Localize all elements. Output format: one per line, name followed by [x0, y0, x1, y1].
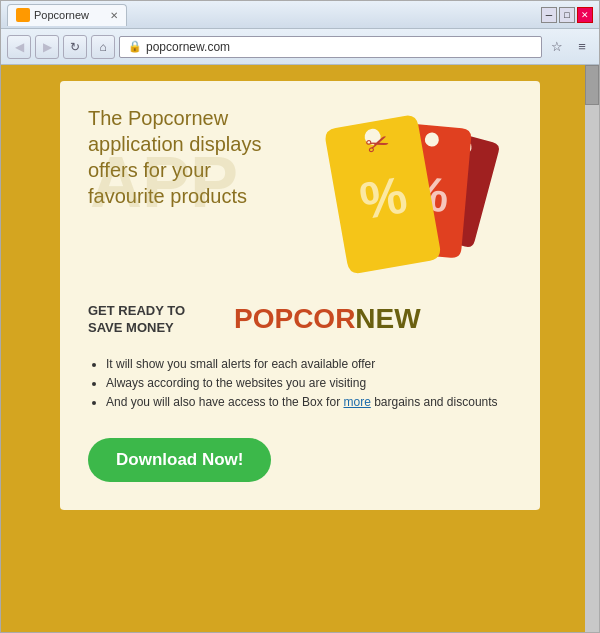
brand-new: NEW [355, 303, 420, 334]
more-link[interactable]: more [343, 395, 370, 409]
coupon-tags-illustration: $ % % [304, 105, 512, 285]
url-text: popcornew.com [146, 40, 230, 54]
brand-popcor: POPCOR [234, 303, 355, 334]
lock-icon: 🔒 [128, 40, 142, 53]
list-item-2: Always according to the websites you are… [106, 374, 512, 393]
tags-svg: $ % % [308, 105, 508, 285]
save-money-section: GET READY TO SAVE MONEY POPCORNEW [88, 303, 512, 341]
scrollbar[interactable] [585, 65, 599, 632]
get-ready-text: GET READY TO SAVE MONEY [88, 303, 218, 337]
back-button[interactable]: ◀ [7, 35, 31, 59]
download-section: Download Now! [88, 430, 512, 482]
scrollbar-thumb[interactable] [585, 65, 599, 105]
tab-close-icon[interactable]: ✕ [110, 10, 118, 21]
address-bar[interactable]: 🔒 popcornew.com [119, 36, 542, 58]
home-button[interactable]: ⌂ [91, 35, 115, 59]
save-left: GET READY TO SAVE MONEY [88, 303, 218, 341]
window-controls: ─ □ ✕ [541, 7, 593, 23]
card-body: The Popcornew application displays offer… [88, 105, 512, 285]
features-list: It will show you small alerts for each a… [88, 355, 512, 413]
tagline-section: The Popcornew application displays offer… [88, 105, 288, 285]
main-tagline: The Popcornew application displays offer… [88, 105, 288, 209]
forward-button[interactable]: ▶ [35, 35, 59, 59]
title-bar: Popcornew ✕ ─ □ ✕ [1, 1, 599, 29]
toolbar-right: ☆ ≡ [546, 36, 593, 58]
browser-tab[interactable]: Popcornew ✕ [7, 4, 127, 26]
list-item-3: And you will also have access to the Box… [106, 393, 512, 412]
maximize-button[interactable]: □ [559, 7, 575, 23]
brand-name: POPCORNEW [234, 303, 421, 335]
star-icon[interactable]: ☆ [546, 36, 568, 58]
download-button[interactable]: Download Now! [88, 438, 271, 482]
toolbar: ◀ ▶ ↻ ⌂ 🔒 popcornew.com ☆ ≡ [1, 29, 599, 65]
tab-label: Popcornew [34, 9, 89, 21]
browser-window: Popcornew ✕ ─ □ ✕ ◀ ▶ ↻ ⌂ 🔒 popcornew.co… [0, 0, 600, 633]
page-content: APP The Popcornew application displays o… [1, 65, 599, 632]
close-button[interactable]: ✕ [577, 7, 593, 23]
tab-favicon [16, 8, 30, 22]
brand-name-section: POPCORNEW [234, 303, 421, 335]
settings-icon[interactable]: ≡ [571, 36, 593, 58]
refresh-button[interactable]: ↻ [63, 35, 87, 59]
minimize-button[interactable]: ─ [541, 7, 557, 23]
main-card: APP The Popcornew application displays o… [60, 81, 540, 510]
list-item-1: It will show you small alerts for each a… [106, 355, 512, 374]
